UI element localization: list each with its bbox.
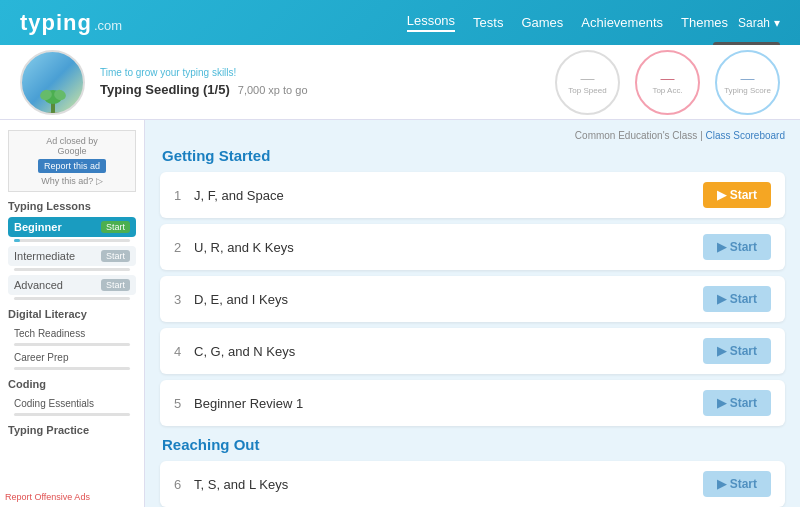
lesson-start-label-1: Start bbox=[730, 188, 757, 202]
digital-literacy-title: Digital Literacy bbox=[8, 308, 136, 320]
category-beginner-label: Beginner bbox=[14, 221, 62, 233]
lesson-start-btn-6[interactable]: ▶ Start bbox=[703, 471, 771, 497]
nav-lessons[interactable]: Lessons bbox=[407, 13, 455, 32]
nav-games[interactable]: Games bbox=[521, 15, 563, 30]
lesson-num-6: 6 bbox=[174, 477, 194, 492]
ad-closed-label: Ad closed by Google bbox=[14, 136, 130, 156]
plant-icon bbox=[33, 77, 73, 115]
main: Ad closed by Google Report this ad Why t… bbox=[0, 120, 800, 507]
lesson-title-4: C, G, and N Keys bbox=[194, 344, 703, 359]
report-ad-button[interactable]: Report this ad bbox=[38, 159, 106, 173]
category-intermediate-start[interactable]: Start bbox=[101, 250, 130, 262]
profile-info: Time to grow your typing skills! Typing … bbox=[100, 67, 555, 97]
lesson-num-1: 1 bbox=[174, 188, 194, 203]
lesson-start-btn-3[interactable]: ▶ Start bbox=[703, 286, 771, 312]
nav-themes[interactable]: Themes bbox=[681, 15, 728, 30]
lesson-start-btn-1[interactable]: ▶ Start bbox=[703, 182, 771, 208]
beginner-progress-fill bbox=[14, 239, 20, 242]
sidebar: Ad closed by Google Report this ad Why t… bbox=[0, 120, 145, 507]
career-prep-progress bbox=[14, 367, 130, 370]
lesson-card-5: 5 Beginner Review 1 ▶ Start bbox=[160, 380, 785, 426]
user-name: Sarah bbox=[738, 16, 770, 30]
lesson-title-3: D, E, and I Keys bbox=[194, 292, 703, 307]
class-label: Common Education's Class | bbox=[575, 130, 703, 141]
getting-started-heading: Getting Started bbox=[160, 147, 785, 164]
lesson-start-btn-4[interactable]: ▶ Start bbox=[703, 338, 771, 364]
lesson-card-6: 6 T, S, and L Keys ▶ Start bbox=[160, 461, 785, 507]
category-beginner-start[interactable]: Start bbox=[101, 221, 130, 233]
reaching-out-heading: Reaching Out bbox=[160, 436, 785, 453]
typing-practice-title: Typing Practice bbox=[8, 424, 136, 436]
chevron-down-icon: ▾ bbox=[774, 16, 780, 30]
lesson-card-4: 4 C, G, and N Keys ▶ Start bbox=[160, 328, 785, 374]
beginner-progress-bar bbox=[14, 239, 130, 242]
lesson-start-label-6: Start bbox=[730, 477, 757, 491]
lesson-start-btn-5[interactable]: ▶ Start bbox=[703, 390, 771, 416]
category-coding-essentials: Coding Essentials bbox=[8, 395, 136, 416]
stat-top-speed-label: Top Speed bbox=[568, 86, 606, 95]
lessons-section-title: Typing Lessons bbox=[8, 200, 136, 212]
stat-top-acc-label: Top Acc. bbox=[652, 86, 682, 95]
lesson-num-5: 5 bbox=[174, 396, 194, 411]
lesson-card-3: 3 D, E, and I Keys ▶ Start bbox=[160, 276, 785, 322]
lesson-card-2: 2 U, R, and K Keys ▶ Start bbox=[160, 224, 785, 270]
lesson-title-2: U, R, and K Keys bbox=[194, 240, 703, 255]
category-advanced-start[interactable]: Start bbox=[101, 279, 130, 291]
lesson-title-5: Beginner Review 1 bbox=[194, 396, 703, 411]
lesson-title-1: J, F, and Space bbox=[194, 188, 703, 203]
main-nav: Lessons Tests Games Achievements Themes bbox=[407, 13, 728, 32]
lesson-start-label-4: Start bbox=[730, 344, 757, 358]
tech-readiness-label: Tech Readiness bbox=[14, 328, 85, 339]
class-scoreboard-link[interactable]: Class Scoreboard bbox=[706, 130, 785, 141]
lesson-start-label-5: Start bbox=[730, 396, 757, 410]
profile-level: Typing Seedling (1/5) bbox=[100, 82, 230, 97]
lesson-start-btn-2[interactable]: ▶ Start bbox=[703, 234, 771, 260]
ad-box: Ad closed by Google Report this ad Why t… bbox=[8, 130, 136, 192]
category-advanced-label: Advanced bbox=[14, 279, 63, 291]
play-icon-1: ▶ bbox=[717, 188, 726, 202]
play-icon-4: ▶ bbox=[717, 344, 726, 358]
advanced-progress-bar bbox=[14, 297, 130, 300]
career-prep-header[interactable]: Career Prep bbox=[8, 349, 136, 366]
report-offensive-link[interactable]: Report Offensive Ads bbox=[5, 492, 90, 502]
tech-readiness-header[interactable]: Tech Readiness bbox=[8, 325, 136, 342]
category-advanced-header[interactable]: Advanced Start bbox=[8, 275, 136, 295]
stat-top-speed: — Top Speed bbox=[555, 50, 620, 115]
google-label: Google bbox=[57, 146, 86, 156]
header: typing .com Lessons Tests Games Achievem… bbox=[0, 0, 800, 45]
lesson-num-3: 3 bbox=[174, 292, 194, 307]
stat-typing-score: — Typing Score bbox=[715, 50, 780, 115]
career-prep-label: Career Prep bbox=[14, 352, 68, 363]
ad-closed-by: Ad closed by bbox=[46, 136, 98, 146]
logo-dot-com: .com bbox=[94, 18, 122, 33]
lesson-start-label-2: Start bbox=[730, 240, 757, 254]
class-banner: Common Education's Class | Class Scorebo… bbox=[160, 130, 785, 141]
coding-essentials-header[interactable]: Coding Essentials bbox=[8, 395, 136, 412]
tech-readiness-progress bbox=[14, 343, 130, 346]
play-icon-6: ▶ bbox=[717, 477, 726, 491]
xp-info: 7,000 xp to go bbox=[238, 84, 308, 96]
category-beginner-header[interactable]: Beginner Start bbox=[8, 217, 136, 237]
stat-typing-score-label: Typing Score bbox=[724, 86, 771, 95]
avatar bbox=[20, 50, 85, 115]
coding-title: Coding bbox=[8, 378, 136, 390]
intermediate-progress-bar bbox=[14, 268, 130, 271]
nav-achievements[interactable]: Achievements bbox=[581, 15, 663, 30]
coding-essentials-progress bbox=[14, 413, 130, 416]
category-intermediate-header[interactable]: Intermediate Start bbox=[8, 246, 136, 266]
lesson-num-2: 2 bbox=[174, 240, 194, 255]
coding-essentials-label: Coding Essentials bbox=[14, 398, 94, 409]
category-advanced: Advanced Start bbox=[8, 275, 136, 300]
lesson-card-1: 1 J, F, and Space ▶ Start bbox=[160, 172, 785, 218]
nav-tests[interactable]: Tests bbox=[473, 15, 503, 30]
logo-area: typing .com bbox=[20, 10, 122, 36]
lesson-title-6: T, S, and L Keys bbox=[194, 477, 703, 492]
play-icon-5: ▶ bbox=[717, 396, 726, 410]
content-area: Common Education's Class | Class Scorebo… bbox=[145, 120, 800, 507]
logo-typing[interactable]: typing bbox=[20, 10, 92, 36]
user-menu[interactable]: Sarah ▾ bbox=[738, 16, 780, 30]
why-ad-link[interactable]: Why this ad? ▷ bbox=[14, 176, 130, 186]
category-tech-readiness: Tech Readiness bbox=[8, 325, 136, 346]
stats-area: — Top Speed — Top Acc. — Typing Score bbox=[555, 50, 780, 115]
category-beginner: Beginner Start bbox=[8, 217, 136, 242]
